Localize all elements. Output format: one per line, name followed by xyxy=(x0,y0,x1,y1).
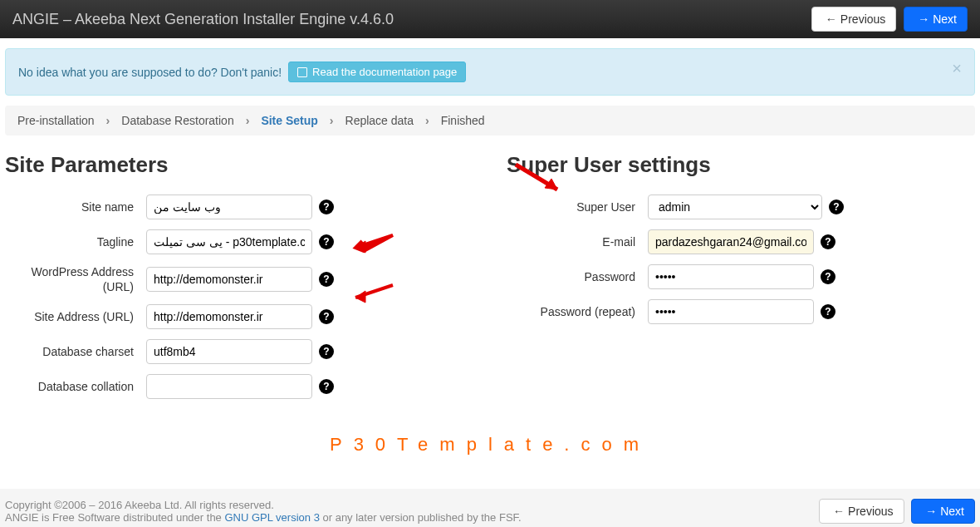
site-url-label: Site Address (URL) xyxy=(5,310,146,323)
breadcrumb-item-db[interactable]: Database Restoration xyxy=(121,114,233,127)
super-user-section: Super User settings Super User admin ? E… xyxy=(507,152,975,409)
read-docs-button[interactable]: Read the documentation page xyxy=(288,62,466,82)
arrow-right-icon: → xyxy=(918,12,929,26)
arrow-right-icon: → xyxy=(925,505,937,518)
super-user-heading: Super User settings xyxy=(507,152,975,178)
db-charset-label: Database charset xyxy=(5,345,146,358)
close-alert-button[interactable]: × xyxy=(952,59,962,78)
help-icon[interactable]: ? xyxy=(319,234,334,249)
footer: Copyright ©2006 – 2016 Akeeba Ltd. All r… xyxy=(0,489,980,527)
book-icon xyxy=(297,67,307,77)
alert-text: No idea what you are supposed to do? Don… xyxy=(18,66,282,79)
db-collation-label: Database collation xyxy=(5,380,146,393)
help-icon[interactable]: ? xyxy=(821,304,835,319)
help-icon[interactable]: ? xyxy=(319,344,334,359)
site-parameters-heading: Site Parameters xyxy=(5,152,473,178)
help-icon[interactable]: ? xyxy=(319,199,334,214)
help-icon[interactable]: ? xyxy=(829,199,844,214)
site-parameters-section: Site Parameters Site name ? Tagline ? Wo… xyxy=(5,152,473,409)
previous-button-bottom[interactable]: ←Previous xyxy=(819,499,904,524)
chevron-right-icon: › xyxy=(330,114,334,127)
nav-buttons-top: ←Previous →Next xyxy=(807,7,968,32)
site-name-label: Site name xyxy=(5,200,146,214)
watermark-text: P30Template.com xyxy=(5,434,975,456)
password-label: Password xyxy=(507,270,648,283)
chevron-right-icon: › xyxy=(246,114,250,127)
breadcrumb: Pre-installation › Database Restoration … xyxy=(5,106,975,135)
email-label: E-mail xyxy=(507,235,648,249)
breadcrumb-item-finished[interactable]: Finished xyxy=(441,114,485,127)
help-icon[interactable]: ? xyxy=(319,379,334,394)
help-icon[interactable]: ? xyxy=(821,269,835,284)
db-collation-input[interactable] xyxy=(146,374,312,399)
arrow-left-icon: ← xyxy=(833,505,845,518)
password-input[interactable] xyxy=(648,264,814,289)
next-button-top[interactable]: →Next xyxy=(904,7,968,32)
tagline-input[interactable] xyxy=(146,229,312,254)
db-charset-input[interactable] xyxy=(146,339,312,364)
wp-url-input[interactable] xyxy=(146,267,312,292)
nav-buttons-bottom: ←Previous →Next xyxy=(815,499,975,524)
chevron-right-icon: › xyxy=(106,114,110,127)
super-user-label: Super User xyxy=(507,200,648,214)
wp-url-label: WordPress Address (URL) xyxy=(5,264,146,294)
top-navbar: ANGIE – Akeeba Next Generation Installer… xyxy=(0,0,980,38)
breadcrumb-item-replace[interactable]: Replace data xyxy=(345,114,414,127)
next-button-bottom[interactable]: →Next xyxy=(911,499,975,524)
help-icon[interactable]: ? xyxy=(319,272,334,287)
previous-button-top[interactable]: ←Previous xyxy=(811,7,896,32)
site-name-input[interactable] xyxy=(146,195,312,219)
password-repeat-input[interactable] xyxy=(648,299,814,324)
site-url-input[interactable] xyxy=(146,304,312,329)
arrow-left-icon: ← xyxy=(826,12,837,26)
help-icon[interactable]: ? xyxy=(319,309,334,324)
super-user-select[interactable]: admin xyxy=(648,195,822,219)
footer-text: Copyright ©2006 – 2016 Akeeba Ltd. All r… xyxy=(5,499,522,524)
chevron-right-icon: › xyxy=(425,114,429,127)
info-alert: No idea what you are supposed to do? Don… xyxy=(5,48,975,96)
password-repeat-label: Password (repeat) xyxy=(507,305,648,318)
email-input[interactable] xyxy=(648,229,814,254)
tagline-label: Tagline xyxy=(5,235,146,249)
gpl-link[interactable]: GNU GPL version 3 xyxy=(224,511,319,524)
breadcrumb-item-sitesetup[interactable]: Site Setup xyxy=(261,114,317,127)
app-title: ANGIE – Akeeba Next Generation Installer… xyxy=(12,11,394,28)
breadcrumb-item-preinstall[interactable]: Pre-installation xyxy=(17,114,95,127)
help-icon[interactable]: ? xyxy=(821,234,835,249)
